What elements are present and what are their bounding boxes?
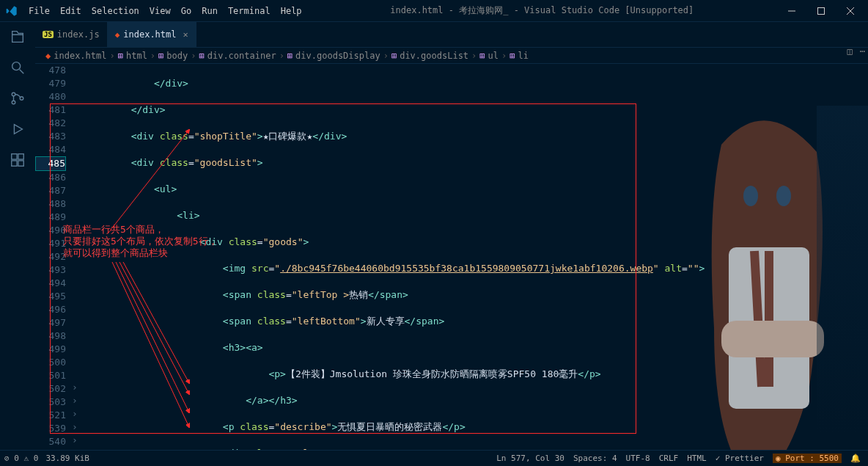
status-bar: ⊘ 0 ⚠ 0 33.89 KiB Ln 577, Col 30 Spaces:… <box>0 450 868 466</box>
svg-rect-12 <box>18 161 23 166</box>
titlebar: File Edit Selection View Go Run Terminal… <box>0 0 868 22</box>
minimize-button[interactable] <box>777 0 806 22</box>
minimap[interactable] <box>817 106 868 434</box>
svg-line-5 <box>20 70 24 74</box>
svg-point-20 <box>776 186 791 206</box>
status-port[interactable]: ◉ Port : 5500 <box>773 454 842 463</box>
html-file-icon: ◆ <box>115 30 120 40</box>
maximize-button[interactable] <box>806 0 836 22</box>
menu-run[interactable]: Run <box>196 6 223 16</box>
menu-edit[interactable]: Edit <box>55 6 87 16</box>
debug-icon[interactable] <box>9 120 26 138</box>
menu-go[interactable]: Go <box>176 6 196 16</box>
svg-point-4 <box>12 62 21 70</box>
menu-bar: File Edit Selection View Go Run Terminal… <box>0 5 307 17</box>
status-errors[interactable]: ⊘ 0 ⚠ 0 <box>4 454 38 463</box>
editor-tabs: JS index.js ◆ index.html ✕ ◫ ⋯ <box>35 22 868 48</box>
svg-line-13 <box>108 130 189 233</box>
window-title: index.html - 考拉海购网_ - Visual Studio Code… <box>307 4 777 17</box>
status-encoding[interactable]: UTF-8 <box>626 454 650 463</box>
search-icon[interactable] <box>9 59 26 76</box>
svg-rect-1 <box>818 7 825 14</box>
tab-index-js[interactable]: JS index.js <box>35 22 108 47</box>
tab-label: index.html <box>123 29 176 40</box>
svg-rect-11 <box>12 161 17 166</box>
close-button[interactable] <box>836 0 865 22</box>
menu-view[interactable]: View <box>144 6 176 16</box>
annotation-arrow <box>79 123 211 431</box>
menu-file[interactable]: File <box>23 6 55 16</box>
svg-rect-22 <box>721 321 824 357</box>
svg-line-16 <box>116 262 189 412</box>
tab-label: index.js <box>57 29 100 40</box>
code-editor[interactable]: 4784794804814824834844854864874884894904… <box>35 64 868 450</box>
status-bell-icon[interactable]: 🔔 <box>850 454 861 463</box>
menu-selection[interactable]: Selection <box>87 6 144 16</box>
status-eol[interactable]: CRLF <box>659 454 679 463</box>
svg-line-17 <box>112 262 189 427</box>
svg-line-15 <box>119 262 189 394</box>
extensions-icon[interactable] <box>9 151 26 169</box>
tab-index-html[interactable]: ◆ index.html ✕ <box>108 22 196 47</box>
split-editor-icon[interactable]: ◫ <box>847 46 853 57</box>
status-prettier[interactable]: ✓ Prettier <box>716 454 764 463</box>
svg-point-19 <box>743 186 758 206</box>
menu-help[interactable]: Help <box>276 6 307 16</box>
svg-rect-9 <box>12 154 17 159</box>
status-filesize: 33.89 KiB <box>45 454 89 463</box>
close-icon[interactable]: ✕ <box>183 29 188 40</box>
source-control-icon[interactable] <box>9 90 26 107</box>
js-file-icon: JS <box>43 31 54 38</box>
svg-point-7 <box>12 101 15 104</box>
svg-line-14 <box>123 262 189 383</box>
status-cursor[interactable]: Ln 577, Col 30 <box>496 454 564 463</box>
more-actions-icon[interactable]: ⋯ <box>860 46 865 57</box>
breadcrumb[interactable]: ◆ index.html ›⊞ html ›⊞ body ›⊞ div.cont… <box>35 48 868 64</box>
svg-point-6 <box>12 92 15 96</box>
status-language[interactable]: HTML <box>687 454 707 463</box>
explorer-icon[interactable] <box>9 28 26 45</box>
status-indent[interactable]: Spaces: 4 <box>573 454 617 463</box>
svg-rect-10 <box>18 154 23 159</box>
activity-bar <box>0 22 35 450</box>
menu-terminal[interactable]: Terminal <box>223 6 276 16</box>
vscode-logo-icon <box>6 5 18 17</box>
editor-actions: ◫ ⋯ <box>847 46 865 57</box>
